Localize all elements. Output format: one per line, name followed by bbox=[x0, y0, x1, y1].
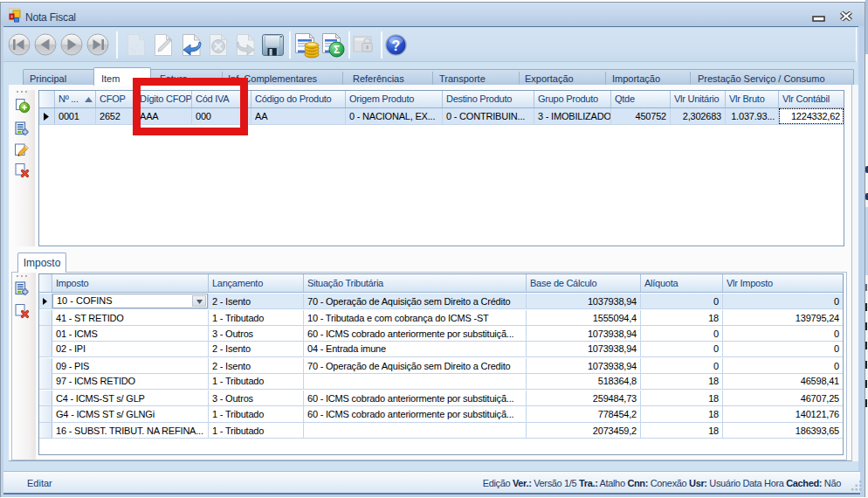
svg-text:Σ: Σ bbox=[334, 44, 340, 56]
svg-text:?: ? bbox=[392, 38, 401, 53]
